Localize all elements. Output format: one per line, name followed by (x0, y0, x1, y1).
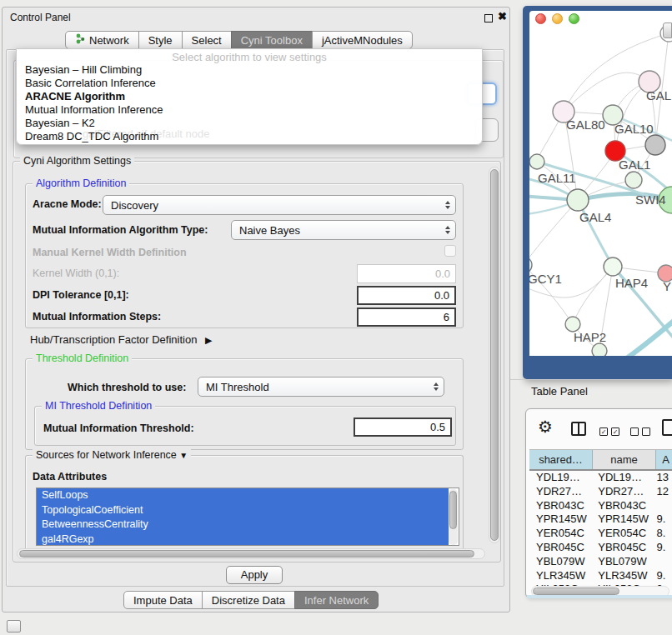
table-row[interactable]: YPR145WYPR145W9. (529, 512, 672, 527)
gear-icon[interactable]: ⚙ (538, 417, 553, 437)
data-attributes-list[interactable]: SelfLoopsTopologicalCoefficientBetweenne… (36, 488, 459, 546)
table-row[interactable]: YBL079WYBL079W (529, 555, 672, 569)
attribute-list-item[interactable]: BetweennessCentrality (37, 518, 449, 532)
column-header-name[interactable]: name (593, 450, 656, 469)
table-cell: YBL079W (529, 555, 591, 569)
expand-arrow-icon: ▶ (205, 335, 212, 345)
kernel-width-label: Kernel Width (0,1): (33, 268, 119, 279)
control-panel: Control Panel ✖ NetworkStyleSelectCyni T… (2, 7, 510, 612)
overview-widget-edge[interactable] (663, 22, 672, 38)
attributes-list-scrollbar[interactable] (449, 489, 458, 545)
algorithm-option[interactable]: Mutual Information Inference (17, 103, 482, 117)
hub-definition-toggle[interactable]: Hub/Transcription Factor Definition ▶ (30, 333, 212, 346)
network-node-gcy1[interactable] (529, 257, 532, 273)
select-all-icon[interactable]: ✓ (611, 428, 619, 436)
attribute-list-item[interactable]: gal4RGexp (37, 532, 449, 547)
column-header-a[interactable]: A (656, 450, 672, 469)
table-cell: 9. (654, 569, 672, 583)
close-panel-icon[interactable]: ✖ (498, 10, 507, 22)
tab-network[interactable]: Network (65, 31, 139, 49)
mi-threshold-field[interactable]: 0.5 (354, 418, 452, 437)
tab-style[interactable]: Style (138, 31, 183, 49)
mi-algorithm-type-select[interactable]: Naive Bayes (231, 220, 456, 240)
deselect-all-icon[interactable] (630, 428, 639, 436)
network-node[interactable] (592, 343, 607, 356)
table-row[interactable]: YLR345WYLR345W9. (529, 569, 672, 583)
network-icon (75, 33, 85, 47)
split-columns-icon[interactable] (571, 422, 586, 436)
aracne-mode-select[interactable]: Discovery (103, 195, 456, 215)
window-zoom-button[interactable] (569, 13, 579, 24)
table-cell: YLR345W (591, 569, 653, 583)
attribute-list-item[interactable]: TopologicalCoefficient (37, 503, 449, 518)
algorithm-option[interactable]: Bayesian – Hill Climbing (17, 63, 482, 77)
network-node-label: GAL (646, 88, 671, 102)
algorithm-definition-title: Algorithm Definition (33, 178, 129, 189)
window-close-button[interactable] (535, 13, 546, 24)
mi-threshold-label: Mutual Information Threshold: (43, 422, 194, 434)
table-footer-strip (527, 595, 672, 598)
hub-definition-label: Hub/Transcription Factor Definition (30, 333, 197, 346)
manual-kernel-checkbox[interactable] (444, 245, 456, 257)
window-minimize-button[interactable] (552, 13, 563, 24)
network-node-swi4[interactable] (625, 172, 642, 188)
network-node-hap4[interactable] (604, 258, 622, 276)
tab-label: Network (89, 34, 129, 47)
network-node-gal4[interactable] (567, 189, 589, 211)
tab-infer-network[interactable]: Infer Network (294, 591, 379, 609)
table-panel-title: Table Panel (531, 385, 588, 398)
dpi-tolerance-label: DPI Tolerance [0,1]: (33, 289, 129, 301)
tab-impute-data[interactable]: Impute Data (123, 591, 203, 609)
table-row[interactable]: YBR045CYBR045C9. (529, 541, 672, 555)
threshold-definition-title: Threshold Definition (33, 352, 132, 364)
table-cell: 9. (654, 512, 672, 527)
network-node-label: GAL11 (538, 171, 576, 185)
kernel-width-field[interactable]: 0.0 (357, 264, 456, 283)
table-cell: YBR043C (591, 499, 653, 513)
network-canvas[interactable]: GALGAL80GAL10GAL1SWI4GAL11GAL4YHAP4GCY1H… (529, 11, 672, 356)
table-cell: YBL079W (591, 555, 653, 569)
kernel-width-value: 0.0 (435, 268, 450, 280)
settings-horizontal-scrollbar[interactable] (17, 548, 485, 559)
apply-button[interactable]: Apply (226, 566, 283, 584)
tab-label: Select (192, 34, 222, 47)
table-row[interactable]: YDL19…YDL19…13 (529, 471, 672, 485)
export-table-icon[interactable] (662, 419, 672, 436)
table-row[interactable]: YER054CYER054C8. (529, 527, 672, 541)
network-node-gal11[interactable] (529, 154, 544, 169)
tab-cyni-toolbox[interactable]: Cyni Toolbox (231, 31, 313, 49)
attribute-list-item[interactable]: SelfLoops (37, 488, 449, 503)
mi-steps-field[interactable]: 6 (357, 308, 456, 327)
network-graph: GALGAL80GAL10GAL1SWI4GAL11GAL4YHAP4GCY1H… (529, 11, 672, 356)
collapse-arrow-icon[interactable]: ▼ (179, 451, 188, 460)
deselect-all-icon[interactable] (642, 428, 650, 436)
sources-group: Sources for Network Inference ▼ Data Att… (25, 455, 464, 560)
dpi-tolerance-field[interactable]: 0.0 (357, 286, 456, 305)
manual-kernel-label: Manual Kernel Width Definition (33, 247, 187, 258)
algorithm-dropdown-list: Select algorithm to view settings Bayesi… (16, 48, 483, 145)
table-row[interactable]: YDR27…YDR27…12 (529, 485, 672, 499)
control-panel-tabs: NetworkStyleSelectCyni ToolboxjActiveMNo… (65, 31, 413, 49)
which-threshold-select[interactable]: MI Threshold (198, 377, 444, 397)
float-panel-icon[interactable] (484, 14, 493, 22)
table-cell: YDR27… (529, 485, 591, 499)
cyni-algorithm-settings-group: Cyni Algorithm Settings Algorithm Defini… (13, 161, 501, 562)
tab-jactivemnodules[interactable]: jActiveMNodules (312, 31, 413, 49)
column-header-shared[interactable]: shared… (529, 450, 593, 469)
tab-select[interactable]: Select (182, 31, 232, 49)
select-all-icon[interactable]: ✓ (599, 428, 608, 436)
aracne-mode-value: Discovery (111, 199, 158, 212)
algorithm-option[interactable]: Basic Correlation Inference (17, 77, 482, 90)
settings-vertical-scrollbar[interactable] (489, 167, 500, 543)
minimized-panel-icon[interactable] (7, 620, 21, 632)
panel-divider (510, 379, 672, 380)
mi-steps-label: Mutual Information Steps: (33, 311, 161, 322)
mi-threshold-value: 0.5 (430, 421, 445, 433)
algorithm-option[interactable]: ARACNE Algorithm (17, 90, 482, 103)
tab-discretize-data[interactable]: Discretize Data (202, 591, 295, 609)
tab-label: jActiveMNodules (322, 34, 403, 47)
dropdown-prompt: Select algorithm to view settings (17, 51, 482, 63)
table-row[interactable]: YBR043CYBR043C (529, 499, 672, 513)
table-cell: 9. (654, 541, 672, 555)
network-node-gal1[interactable] (645, 135, 665, 155)
